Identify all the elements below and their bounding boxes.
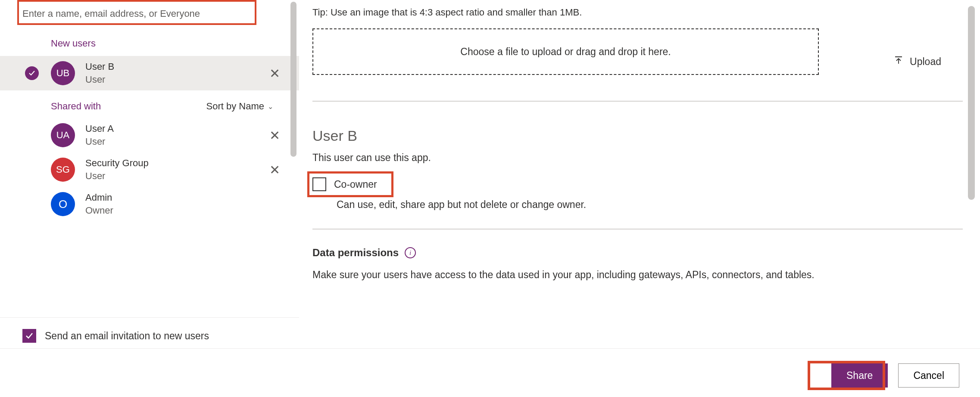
sort-by-dropdown[interactable]: Sort by Name ⌄ xyxy=(206,101,274,112)
avatar: UA xyxy=(51,123,75,147)
shared-user-row[interactable]: SG Security Group User ✕ xyxy=(0,152,299,187)
avatar: SG xyxy=(51,158,75,182)
sort-by-label: Sort by Name xyxy=(206,101,265,112)
remove-user-icon[interactable]: ✕ xyxy=(261,66,289,81)
share-button[interactable]: Share xyxy=(831,363,888,388)
detail-user-title: User B xyxy=(312,127,963,144)
chevron-down-icon: ⌄ xyxy=(268,102,273,111)
user-role: Owner xyxy=(85,205,289,216)
upload-label: Upload xyxy=(910,56,941,68)
email-invite-checkbox[interactable] xyxy=(22,329,36,343)
new-users-label: New users xyxy=(0,25,299,56)
selected-check-icon xyxy=(25,66,39,80)
user-name: Security Group xyxy=(85,158,261,169)
divider xyxy=(312,101,963,102)
email-invite-label: Send an email invitation to new users xyxy=(45,330,209,342)
upload-icon xyxy=(893,55,904,68)
coowner-label: Co-owner xyxy=(334,179,377,190)
avatar: O xyxy=(51,192,75,216)
coowner-description: Can use, edit, share app but not delete … xyxy=(337,199,963,211)
image-tip-text: Tip: Use an image that is 4:3 aspect rat… xyxy=(312,7,963,18)
remove-user-icon[interactable]: ✕ xyxy=(261,162,289,177)
dropzone-label: Choose a file to upload or drag and drop… xyxy=(460,46,671,58)
cancel-button[interactable]: Cancel xyxy=(898,363,959,388)
footer-divider xyxy=(0,348,980,349)
new-user-row[interactable]: UB User B User ✕ xyxy=(0,56,299,90)
user-role: User xyxy=(85,136,261,147)
info-icon[interactable]: i xyxy=(405,247,416,258)
coowner-checkbox[interactable] xyxy=(312,177,326,191)
data-permissions-title: Data permissions xyxy=(312,247,399,259)
avatar: UB xyxy=(51,61,75,85)
shared-with-label: Shared with xyxy=(51,101,101,112)
share-search-input[interactable] xyxy=(17,3,256,25)
user-role: User xyxy=(85,74,261,85)
user-name: User B xyxy=(85,61,261,72)
scrollbar[interactable] xyxy=(290,2,296,157)
divider xyxy=(312,229,963,230)
scrollbar[interactable] xyxy=(968,6,975,200)
detail-user-subtitle: This user can use this app. xyxy=(312,152,963,164)
user-name: Admin xyxy=(85,192,289,203)
user-name: User A xyxy=(85,123,261,134)
shared-user-row[interactable]: UA User A User ✕ xyxy=(0,118,299,152)
upload-button[interactable]: Upload xyxy=(893,55,941,68)
shared-user-row[interactable]: O Admin Owner xyxy=(0,187,299,221)
data-permissions-desc: Make sure your users have access to the … xyxy=(312,269,963,281)
user-role: User xyxy=(85,171,261,182)
remove-user-icon[interactable]: ✕ xyxy=(261,128,289,143)
upload-dropzone[interactable]: Choose a file to upload or drag and drop… xyxy=(312,28,819,75)
